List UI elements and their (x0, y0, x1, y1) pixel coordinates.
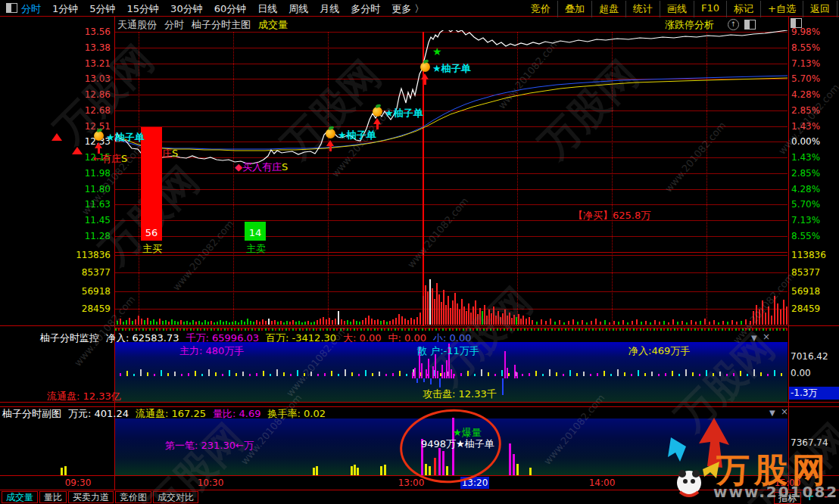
pct-axis-label: 5.70% (791, 199, 820, 210)
monitor-tick (522, 374, 523, 376)
monitor-tick (508, 373, 510, 376)
pomelo-signal-icon (94, 131, 104, 141)
main-sell-value: 14 (245, 227, 266, 238)
toolbar-button-超盘[interactable]: 超盘 (592, 1, 626, 17)
menu-item-分时[interactable]: 分时 (21, 2, 41, 16)
menu-item-30分钟[interactable]: 30分钟 (170, 2, 203, 16)
menu-item-更多 〉[interactable]: 更多 〉 (391, 2, 424, 16)
volume-axis-label-right: 85377 (791, 267, 820, 278)
signal-label: ★柚子单 (338, 129, 376, 142)
monitor-bar (423, 378, 425, 382)
monitor-tick (767, 374, 769, 376)
monitor-bar (516, 372, 518, 378)
monitor-tick (692, 372, 694, 376)
menu-item-60分钟[interactable]: 60分钟 (214, 2, 247, 16)
time-label: 13:00 (398, 478, 425, 488)
monitor-tick (604, 371, 605, 376)
monitor-close-icon[interactable]: × (763, 333, 770, 341)
monitor-bar (453, 374, 454, 378)
toolbar-button-叠加[interactable]: 叠加 (558, 1, 592, 17)
menu-item-5分钟[interactable]: 5分钟 (89, 2, 115, 16)
monitor-tick (583, 372, 585, 376)
menu-item-周线[interactable]: 周线 (289, 2, 308, 16)
signal-up-arrow-stem (424, 79, 426, 85)
price-axis-label: 12.86 (0, 89, 111, 100)
blue-line (115, 76, 788, 149)
pct-axis-label: 9.98% (791, 26, 820, 37)
volume-axis-label-right: 28459 (791, 303, 820, 314)
volume-axis-label: 85377 (0, 267, 111, 278)
toolbar-button-竞价[interactable]: 竞价 (524, 1, 558, 17)
monitor-tick (181, 374, 182, 376)
bottom-tab-成交对比[interactable]: 成交对比 (153, 491, 198, 503)
monitor-tick (549, 369, 550, 376)
toolbar-button-F10[interactable]: F10 (694, 1, 727, 17)
menu-item-15分钟[interactable]: 15分钟 (127, 2, 160, 16)
toolbar-button-统计[interactable]: 统计 (626, 1, 660, 17)
bottom-tab-bar: 成交量量比买卖力道竞价图成交对比 (2, 491, 198, 503)
window-icon[interactable] (6, 3, 17, 15)
tick-strip (115, 328, 788, 331)
pct-axis-label: 8.55% (791, 231, 820, 241)
buy-triangle-marker (72, 147, 83, 154)
monitor-collapse-icon[interactable]: ▼ (751, 334, 757, 342)
pct-axis-label: 0.00% (791, 136, 820, 147)
monitor-tick (215, 372, 217, 376)
up-circle-icon[interactable]: ↑ (728, 19, 739, 30)
price-line (115, 30, 788, 163)
pct-axis-label: 1.43% (791, 152, 820, 163)
monitor-tick (399, 371, 401, 376)
menu-item-日线[interactable]: 日线 (257, 2, 277, 16)
brand-logo: 万股网 www.201082.com (657, 415, 839, 504)
sub-panel-title[interactable]: 柚子分时副图 (2, 407, 61, 421)
menu-item-多分时[interactable]: 多分时 (351, 2, 380, 16)
monitor-tick (174, 372, 176, 376)
monitor-tick (331, 371, 332, 376)
menu-item-月线[interactable]: 月线 (320, 2, 339, 16)
bottom-tab-量比[interactable]: 量比 (39, 491, 67, 503)
toolbar-button-返回[interactable]: 返回 (803, 1, 837, 17)
monitor-panel-title[interactable]: 柚子分时监控 (40, 331, 99, 345)
monitor-tick (338, 374, 339, 376)
attack-label: 攻击盘: 12.33千 (423, 387, 497, 401)
volume-axis-label: 28459 (0, 303, 111, 314)
monitor-bar (451, 369, 452, 378)
monitor-tick (242, 372, 244, 376)
monitor-tick (201, 374, 203, 376)
monitor-bar (437, 371, 438, 378)
monitor-tick (304, 373, 305, 376)
sub-bar (313, 468, 315, 475)
monitor-tick (590, 374, 591, 376)
signal-up-arrow-stem (376, 123, 379, 129)
toolbar-button-画线[interactable]: 画线 (660, 1, 694, 17)
bottom-tab-竞价图[interactable]: 竞价图 (115, 491, 151, 503)
monitor-tick (542, 374, 544, 376)
monitor-tick (781, 373, 782, 376)
signal-label: ★柚子单 (385, 107, 423, 120)
bottom-tab-成交量[interactable]: 成交量 (2, 491, 38, 503)
pomelo-signal-icon (373, 107, 382, 117)
monitor-tick (678, 374, 680, 376)
buy-triangle-marker (51, 133, 62, 141)
main-buy-value: 56 (141, 227, 162, 238)
monitor-bar (430, 378, 432, 384)
monitor-tick (208, 369, 210, 376)
pct-axis-label: 4.28% (791, 89, 820, 100)
trading-app-window: 分时1分钟5分钟15分钟30分钟60分钟日线周线月线多分时更多 〉 竞价叠加超盘… (0, 0, 839, 504)
pct-axis-label: 2.85% (791, 105, 820, 116)
monitor-tick (569, 370, 571, 376)
toolbar-button-+自选[interactable]: +自选 (761, 1, 803, 17)
monitor-tick (658, 374, 660, 376)
toolbar-button-标记[interactable]: 标记 (727, 1, 761, 17)
monitor-tick (706, 370, 707, 376)
monitor-tick (556, 372, 557, 376)
sub-bar (529, 468, 532, 475)
monitor-tick (494, 374, 496, 376)
monitor-tick (774, 370, 775, 376)
monitor-tick (610, 374, 612, 376)
menu-item-1分钟[interactable]: 1分钟 (52, 2, 78, 16)
monitor-tick (406, 374, 407, 376)
bottom-tab-买卖力道[interactable]: 买卖力道 (68, 491, 114, 503)
monitor-tick (263, 371, 264, 376)
monitor-tick (276, 369, 278, 376)
